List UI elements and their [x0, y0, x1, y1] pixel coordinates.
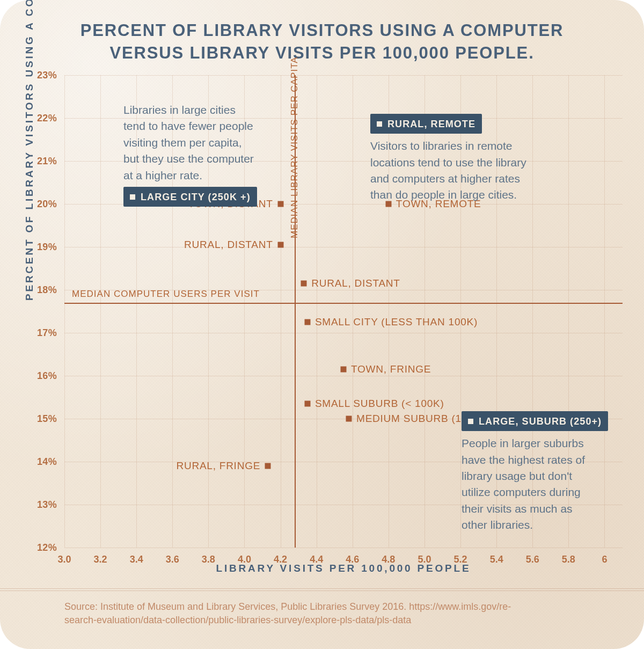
y-tick-label: 21%	[37, 156, 57, 167]
data-point-label: RURAL, DISTANT	[184, 239, 273, 251]
annotation-body-line: utilize computers during	[462, 484, 623, 500]
annotation-body-line: than do people in large cities.	[370, 187, 569, 203]
title-line-1: PERCENT OF LIBRARY VISITORS USING A COMP…	[80, 21, 564, 40]
y-tick-label: 22%	[37, 113, 57, 124]
x-axis-title: LIBRARY VISITS PER 100,000 PEOPLE	[64, 563, 623, 574]
annotation-top-right: RURAL, REMOTE Visitors to libraries in r…	[370, 111, 569, 203]
annotation-body-line: have the highest rates of	[462, 452, 623, 468]
source-citation: Source: Institute of Museum and Library …	[64, 600, 547, 627]
data-point	[301, 281, 307, 287]
y-tick-label: 20%	[37, 199, 57, 210]
footer-rule	[0, 590, 644, 591]
data-point-label: SMALL SUBURB (< 100K)	[315, 398, 444, 410]
data-point	[277, 242, 283, 248]
annotation-pill-label: LARGE CITY (250K +)	[141, 190, 251, 204]
chart-card: PERCENT OF LIBRARY VISITORS USING A COMP…	[0, 0, 644, 649]
source-text: Source: Institute of Museum and Library …	[64, 601, 511, 625]
annotation-body-line: at a higher rate.	[123, 167, 284, 184]
data-point-label: RURAL, DISTANT	[311, 278, 400, 289]
annotation-body-line: People in larger suburbs	[462, 435, 623, 451]
data-point	[341, 367, 347, 373]
annotation-pill: LARGE CITY (250K +)	[123, 187, 257, 207]
gridline-horizontal	[64, 333, 623, 333]
gridline-horizontal	[64, 376, 623, 376]
median-vertical-label: MEDIAN LIBRARY VISITS PER CAPITA	[289, 56, 300, 238]
gridline-vertical	[353, 75, 353, 548]
square-marker-icon	[130, 194, 135, 200]
annotation-body-line: their visits as much as	[462, 501, 623, 517]
annotation-body-line: Visitors to libraries in remote	[370, 138, 569, 154]
data-point-label: TOWN, FRINGE	[351, 363, 431, 375]
footer-rule	[0, 588, 644, 589]
y-tick-label: 18%	[37, 285, 57, 296]
annotation-top-left: Libraries in large cities tend to have f…	[123, 102, 284, 207]
median-horizontal-line	[64, 303, 623, 304]
gridline-vertical	[317, 75, 317, 548]
gridline-vertical	[100, 75, 101, 548]
annotation-body-line: tend to have fewer people	[123, 118, 284, 134]
annotation-body-line: other libraries.	[462, 517, 623, 533]
annotation-pill: LARGE, SUBURB (250+)	[462, 411, 608, 431]
y-tick-label: 23%	[37, 70, 57, 81]
gridline-horizontal	[64, 75, 623, 76]
y-axis-title: PERCENT OF LIBRARY VISITORS USING A COMP…	[24, 0, 35, 301]
annotation-bottom-right: LARGE, SUBURB (250+) People in larger su…	[462, 408, 623, 534]
square-marker-icon	[377, 121, 382, 127]
data-point	[304, 401, 310, 407]
y-tick-label: 12%	[37, 542, 57, 553]
annotation-body-line: visiting them per capita,	[123, 135, 284, 151]
y-tick-label: 19%	[37, 242, 57, 253]
annotation-pill-label: LARGE, SUBURB (250+)	[479, 414, 602, 428]
annotation-pill-label: RURAL, REMOTE	[387, 117, 475, 131]
annotation-pill: RURAL, REMOTE	[370, 114, 482, 134]
title-line-2: VERSUS LIBRARY VISITS PER 100,000 PEOPLE…	[109, 43, 534, 62]
data-point	[304, 319, 310, 325]
data-point	[265, 463, 271, 469]
square-marker-icon	[468, 419, 473, 424]
median-horizontal-label: MEDIAN COMPUTER USERS PER VISIT	[72, 289, 260, 300]
y-tick-label: 13%	[37, 499, 57, 511]
data-point-label: RURAL, FRINGE	[176, 460, 260, 472]
annotation-body-line: and computers at higher rates	[370, 171, 569, 187]
gridline-horizontal	[64, 247, 623, 247]
y-tick-label: 17%	[37, 327, 57, 339]
annotation-body-line: but they use the computer	[123, 151, 284, 167]
annotation-body-line: Libraries in large cities	[123, 102, 284, 118]
annotation-body-line: locations tend to use the library	[370, 155, 569, 171]
chart-title: PERCENT OF LIBRARY VISITORS USING A COMP…	[0, 19, 644, 64]
y-tick-label: 14%	[37, 456, 57, 468]
y-tick-label: 15%	[37, 413, 57, 425]
y-tick-label: 16%	[37, 370, 57, 382]
annotation-body-line: library usage but don't	[462, 468, 623, 484]
data-point	[346, 416, 352, 422]
gridline-vertical	[64, 75, 65, 548]
gridline-horizontal	[64, 548, 623, 548]
data-point-label: SMALL CITY (LESS THAN 100K)	[315, 316, 478, 328]
